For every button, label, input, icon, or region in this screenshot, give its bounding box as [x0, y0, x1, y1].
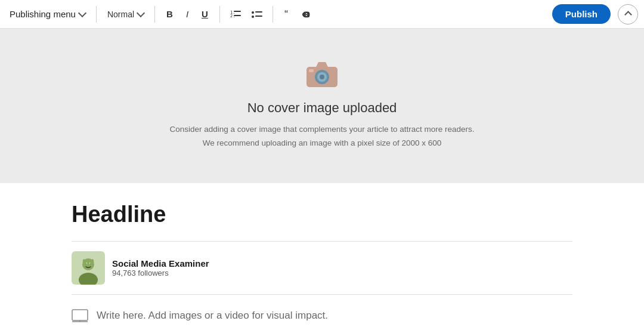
svg-rect-23	[72, 310, 88, 320]
svg-rect-13	[309, 69, 314, 72]
svg-rect-5	[255, 11, 262, 13]
avatar-image	[72, 251, 105, 285]
style-label: Normal	[107, 10, 134, 19]
publishing-menu-label: Publishing menu	[10, 9, 76, 19]
svg-point-12	[320, 75, 324, 79]
publishing-menu-button[interactable]: Publishing menu	[6, 7, 89, 21]
followers-count: 94,763 followers	[112, 269, 209, 277]
svg-rect-1	[234, 11, 241, 12]
camera-icon-wrap	[304, 58, 340, 90]
ordered-list-button[interactable]: 1. 2.	[227, 7, 244, 22]
svg-rect-7	[255, 16, 262, 17]
content-area: Headline Social Media Examiner 94,763 fo	[0, 183, 644, 327]
author-info: Social Media Examiner 94,763 followers	[112, 258, 209, 277]
chevron-up-icon	[624, 11, 632, 18]
author-name: Social Media Examiner	[112, 258, 209, 269]
unordered-list-icon	[252, 10, 262, 19]
svg-point-6	[252, 16, 254, 18]
style-select[interactable]: Normal	[104, 7, 147, 21]
bold-button[interactable]: B	[162, 7, 177, 21]
italic-button[interactable]: I	[182, 7, 193, 21]
divider-4	[273, 6, 273, 23]
publish-button[interactable]: Publish	[552, 4, 611, 24]
camera-icon	[304, 58, 340, 90]
cover-description: Consider adding a cover image that compl…	[170, 123, 475, 150]
write-placeholder[interactable]: Write here. Add images or a video for vi…	[97, 310, 328, 322]
divider-2	[154, 6, 155, 23]
svg-point-4	[252, 11, 254, 14]
author-row: Social Media Examiner 94,763 followers	[72, 241, 572, 295]
cover-image-area: No cover image uploaded Consider adding …	[0, 29, 644, 183]
image-placeholder-icon	[72, 309, 88, 322]
underline-button[interactable]: U	[197, 7, 212, 21]
link-button[interactable]	[297, 6, 316, 23]
svg-rect-3	[234, 15, 241, 16]
divider-3	[219, 6, 220, 23]
collapse-button[interactable]	[618, 4, 638, 24]
unordered-list-button[interactable]	[249, 7, 265, 22]
link-icon	[301, 9, 312, 18]
divider-1	[96, 6, 97, 23]
ordered-list-icon: 1. 2.	[230, 10, 241, 19]
toolbar: Publishing menu Normal B I U 1. 2. “	[0, 0, 644, 29]
cover-title: No cover image uploaded	[247, 100, 397, 116]
write-here-row[interactable]: Write here. Add images or a video for vi…	[72, 306, 572, 322]
quote-button[interactable]: “	[280, 6, 292, 23]
chevron-down-icon	[78, 9, 86, 17]
author-avatar	[72, 251, 105, 285]
article-headline[interactable]: Headline	[72, 201, 572, 229]
chevron-down-icon-2	[137, 9, 145, 17]
